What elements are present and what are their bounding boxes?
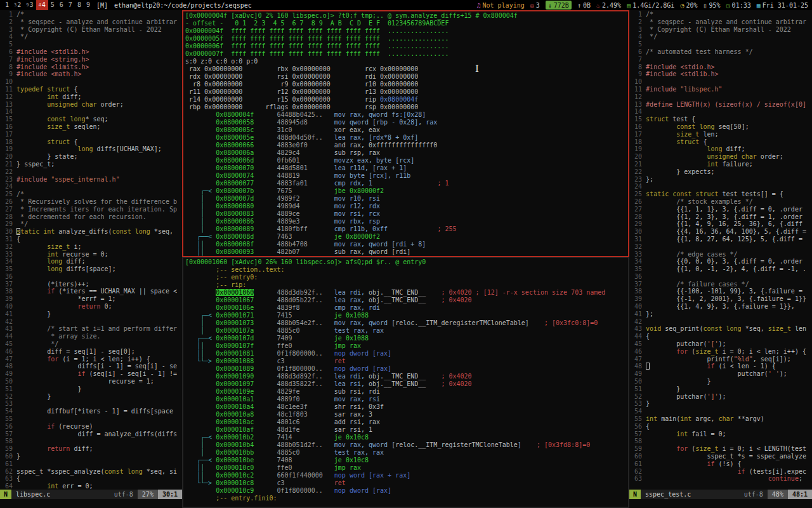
code-line[interactable]: 58 xyxy=(1,438,182,445)
code-line[interactable]: 33 /* edge cases */ xyxy=(631,251,812,258)
code-line[interactable]: 20 unsigned char order; xyxy=(631,153,812,161)
workspace-tag-3[interactable]: 93 xyxy=(23,0,36,10)
code-line[interactable]: 31 {{1, 8, 27, 64, 125}, 5, {.diff = xyxy=(631,236,812,243)
code-line[interactable]: 27 {{1, 1, 1}, 3, {.diff = 0, .order xyxy=(631,206,812,213)
code-line[interactable]: 29 {{1, 4, 9, 16, 25, 36}, 6, {.diff xyxy=(631,220,812,228)
code-line[interactable]: 5 xyxy=(1,41,182,48)
workspace-tag-7[interactable]: 7 xyxy=(66,0,75,10)
code-line[interactable]: 32 xyxy=(631,243,812,251)
code-line[interactable]: 15 const long* seq; xyxy=(1,116,182,123)
terminal-line[interactable]: 0x0000005f ffff ffff ffff ffff ffff ffff… xyxy=(185,35,628,43)
terminal-line[interactable]: 0x0000004f ffff ffff ffff ffff ffff ffff… xyxy=(185,27,628,35)
code-line[interactable]: 16 const long seq[50]; xyxy=(631,123,812,131)
code-line[interactable]: 12 xyxy=(631,93,812,101)
code-line[interactable]: 19 long diff; xyxy=(631,145,812,153)
code-line[interactable]: 64 int err = 0; xyxy=(1,483,182,490)
code-line[interactable]: 35 long diffs[space]; xyxy=(1,265,182,273)
code-line[interactable]: 40 {{1, 4, 9}, 3, {.failure = 1}}, xyxy=(631,303,812,311)
code-line[interactable]: 28 {{1, 2, 3}, 3, {.diff = 1, .order xyxy=(631,213,812,221)
code-line[interactable]: 38 if (*iters == UCHAR_MAX || space < xyxy=(1,288,182,295)
terminal-line[interactable]: │ 0x08000086 4889e3 mov rbx, rsp xyxy=(185,218,628,225)
layout-indicator[interactable]: [M] xyxy=(93,2,112,9)
code-line[interactable]: 25 static const struct test tests[] = { xyxy=(631,190,812,198)
terminal-line[interactable]: 0x00001060 488d3db92f.. lea rdi, obj.__T… xyxy=(185,289,628,297)
code-line[interactable]: 28 * decremented for each recursion. xyxy=(1,213,182,221)
terminal-line[interactable]: ┌─< 0x0800007b 7675 jbe 0x80000f2 xyxy=(185,187,628,195)
terminal-line[interactable]: ┌─< 0x000010b2 7414 je 0x10c8 xyxy=(185,434,628,441)
code-line[interactable]: 52 } xyxy=(1,393,182,401)
code-line[interactable]: 26 /* stock examples */ xyxy=(631,198,812,206)
code-line[interactable]: 20 } state; xyxy=(1,153,182,161)
terminal-line[interactable]: ┌─< 0x00001071 7415 je 0x1088 xyxy=(185,312,628,319)
terminal-line[interactable]: 0x0000006f ffff ffff ffff ffff ffff ffff… xyxy=(185,43,628,50)
code-line[interactable]: 43 void seq_print(const long *seq, size_… xyxy=(631,325,812,333)
radare2-visual-pane-focused[interactable]: [0x0000004f [xaDvc]0 2% 160 libspec.o]> … xyxy=(182,10,629,257)
code-line[interactable]: 48 diffs[i - 1] = seq[i] - se xyxy=(1,363,182,370)
code-line[interactable]: 2 * seqspec - analyze and continue arbit… xyxy=(631,18,812,26)
terminal-line[interactable]: 0x00001090 488d3d892f.. lea rdi, obj.__T… xyxy=(185,373,628,380)
code-line[interactable]: 14 xyxy=(631,108,812,116)
code-line[interactable]: 36 xyxy=(1,273,182,281)
terminal-line[interactable]: └└─> 0x000010c8 c3 ret xyxy=(185,479,628,487)
vim-command-line[interactable] xyxy=(0,499,182,508)
code-line[interactable]: 13 unsigned char order; xyxy=(1,101,182,109)
terminal-line[interactable]: 0x000010a4 48c1ee3f shr rsi, 0x3f xyxy=(185,403,628,411)
code-line[interactable]: 63 { xyxy=(1,475,182,483)
code-line[interactable]: 6 #include <stdlib.h> xyxy=(1,48,182,56)
code-line[interactable]: 47 printf("%ld", seq[i]); xyxy=(631,356,812,363)
code-line[interactable]: 54 xyxy=(631,408,812,415)
code-line[interactable]: 1 /* xyxy=(631,11,812,18)
terminal-line[interactable]: ;-- rip: xyxy=(185,281,628,289)
code-line[interactable]: 48 if (i < len - 1) { xyxy=(631,363,812,370)
terminal-line[interactable]: r11 0x00000000 r12 0x00000000 r13 0x0000… xyxy=(185,88,628,96)
code-line[interactable]: 59 for (size_t i = 0; i < LENGTH(test xyxy=(631,445,812,453)
terminal-line[interactable]: 0x00001067 488d05b22f.. lea rax, obj.__T… xyxy=(185,297,628,304)
terminal-line[interactable]: r8 0x00000000 r9 0x00000000 r10 0x000000… xyxy=(185,81,628,88)
terminal-line[interactable]: 0x0800006a 4829c4 sub rsp, rax xyxy=(185,149,628,157)
code-line[interactable]: 1 /* xyxy=(1,11,182,18)
code-line[interactable]: 52 putchar(']'); xyxy=(631,393,812,401)
code-line[interactable]: 5 xyxy=(631,41,812,48)
code-line[interactable]: 8 #include <limits.h> xyxy=(1,64,182,71)
editor-pane-sspec-test[interactable]: 1 /* 2 * seqspec - analyze and continue … xyxy=(629,10,812,508)
code-line[interactable]: 6 /* automated test harness */ xyxy=(631,48,812,56)
workspace-tag-2[interactable]: 32 xyxy=(11,0,23,10)
code-line[interactable]: 21 } sspec_t; xyxy=(1,161,182,168)
code-line[interactable]: 16 size_t seqlen; xyxy=(1,123,182,131)
terminal-line[interactable]: │ 0x08000089 4180fbff cmp r11b, 0xff ; 2… xyxy=(185,225,628,233)
code-line[interactable]: 39 {{-1, 2, 2001}, 3, {.failure = 1}} xyxy=(631,295,812,303)
code-line[interactable]: 51 } xyxy=(1,385,182,393)
code-area-sspec-test[interactable]: 1 /* 2 * seqspec - analyze and continue … xyxy=(629,10,812,490)
code-line[interactable]: 62 if (tests[i].expec xyxy=(631,468,812,476)
terminal-line[interactable]: ┌──< 0x000010be 7408 je 0x10c8 xyxy=(185,457,628,464)
terminal-line[interactable]: 0x000010a1 4889f0 mov rax, rsi xyxy=(185,396,628,403)
terminal-line[interactable]: ;-- entry0: xyxy=(185,274,628,281)
code-line[interactable]: 24 xyxy=(1,183,182,190)
code-line[interactable]: 11 typedef struct { xyxy=(1,86,182,93)
code-line[interactable]: 22 xyxy=(1,168,182,176)
terminal-line[interactable]: ││ 0x000010c0 ffe0 jmp rax xyxy=(185,464,628,472)
code-line[interactable]: 25 /* xyxy=(1,190,182,198)
terminal-line[interactable]: │ 0x000010bb 4885c0 test rax, rax xyxy=(185,449,628,457)
code-line[interactable]: 10 xyxy=(631,78,812,86)
code-line[interactable]: 31 { xyxy=(1,236,182,243)
terminal-line[interactable]: 0x000010ac 4801c6 add rsi, rax xyxy=(185,418,628,426)
code-line[interactable]: 47 for (i = 1; i < len; i++) { xyxy=(1,356,182,363)
code-line[interactable]: 49 putchar(' '); xyxy=(631,370,812,378)
radare2-disasm-pane[interactable]: [0x00001060 [xAdvc]0 26% 160 libspec.so]… xyxy=(182,257,629,508)
terminal-line[interactable]: │ 0x0800007d 4989f2 mov r10, rsi xyxy=(185,195,628,203)
code-line[interactable]: 14 xyxy=(1,108,182,116)
code-line[interactable]: 46 for (size_t i = 0; i < len; i++) { xyxy=(631,348,812,356)
workspace-tag-4[interactable]: 44 xyxy=(36,0,48,10)
code-line[interactable]: 13 #define LENGTH(x) (sizeof(x) / sizeof… xyxy=(631,101,812,109)
terminal-line[interactable]: ││ 0x0800008f 488b4708 mov rax, qword [r… xyxy=(185,241,628,248)
code-line[interactable]: 57 diff = analyze_diffs(diffs xyxy=(1,431,182,438)
workspace-tag-5[interactable]: 5 xyxy=(48,0,57,10)
code-line[interactable]: 36 xyxy=(631,273,812,281)
editor-pane-libspec[interactable]: 1 /* 2 * seqspec - analyze and continue … xyxy=(0,10,182,508)
code-line[interactable]: 46 diff = seq[1] - seq[0]; xyxy=(1,348,182,356)
code-line[interactable]: 42 xyxy=(631,318,812,326)
code-line[interactable]: 4 */ xyxy=(631,33,812,41)
code-line[interactable]: 51 } xyxy=(631,385,812,393)
code-line[interactable]: 44 { xyxy=(631,333,812,340)
